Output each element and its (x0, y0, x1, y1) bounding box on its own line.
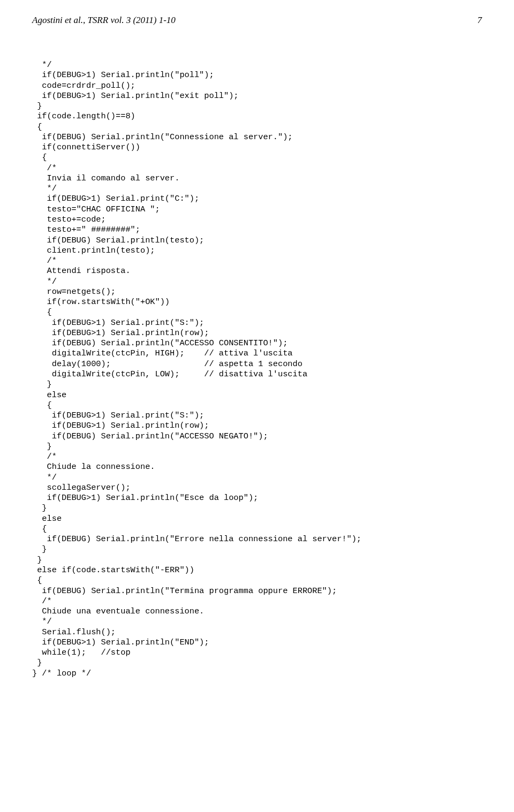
page-content: Agostini et al., TSRR vol. 3 (2011) 1-10… (0, 0, 514, 711)
running-header: Agostini et al., TSRR vol. 3 (2011) 1-10… (32, 15, 482, 26)
source-code-listing: */ if(DEBUG>1) Serial.println("poll"); c… (32, 60, 482, 679)
page-number: 7 (478, 15, 482, 26)
header-left: Agostini et al., TSRR vol. 3 (2011) 1-10 (32, 15, 176, 26)
